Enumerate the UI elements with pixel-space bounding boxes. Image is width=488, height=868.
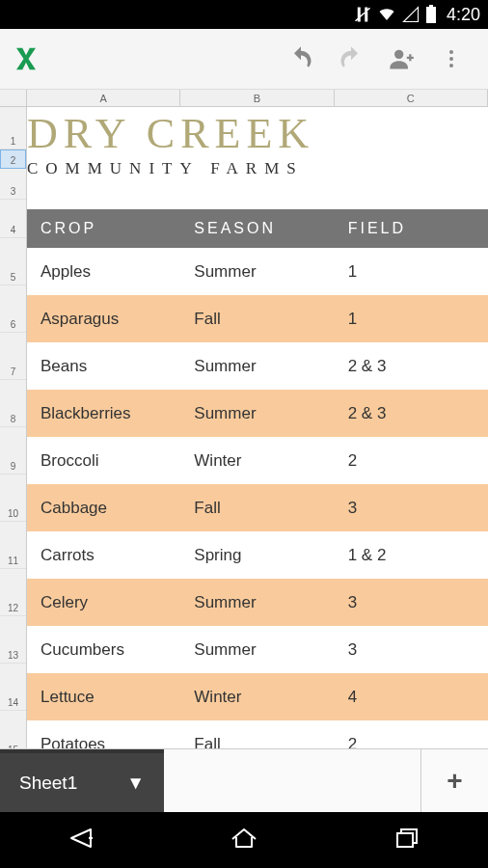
- app-logo-icon[interactable]: [12, 44, 41, 73]
- title-sub[interactable]: COMMUNITY FARMS: [27, 155, 488, 178]
- row-head[interactable]: 5: [0, 238, 26, 285]
- row-head[interactable]: 4: [0, 200, 26, 238]
- row-header-gutter: 1 2 3 4 5 6 7 8 9 10 11 12 13 14 15: [0, 107, 27, 766]
- cell-field: 1: [335, 248, 488, 295]
- cell-crop: Cabbage: [27, 484, 180, 531]
- header-season: SEASON: [180, 209, 334, 248]
- select-all-corner[interactable]: [0, 90, 27, 106]
- col-head-a[interactable]: A: [27, 90, 180, 106]
- table-row[interactable]: CelerySummer3: [27, 579, 488, 626]
- svg-point-4: [449, 57, 453, 61]
- cell-crop: Beans: [27, 342, 180, 390]
- cell-season: Spring: [180, 531, 334, 579]
- cell-field: 3: [335, 579, 488, 626]
- row-head[interactable]: 3: [0, 169, 26, 200]
- sheet-tab-label: Sheet1: [19, 773, 77, 794]
- table-row[interactable]: CabbageFall3: [27, 484, 488, 531]
- cell-crop: Carrots: [27, 531, 180, 579]
- cell-field: 1: [335, 295, 488, 342]
- back-button[interactable]: [64, 824, 98, 856]
- cell-crop: Blackberries: [27, 390, 180, 437]
- table-row[interactable]: LettuceWinter4: [27, 673, 488, 720]
- row-head[interactable]: 14: [0, 664, 26, 711]
- cell-season: Summer: [180, 390, 334, 437]
- table-row[interactable]: BeansSummer2 & 3: [27, 342, 488, 390]
- cell-crop: Broccoli: [27, 437, 180, 484]
- sheet-tab[interactable]: Sheet1 ▼: [0, 749, 164, 812]
- svg-point-5: [449, 64, 453, 68]
- android-nav-bar: [0, 812, 488, 868]
- mute-icon: [354, 6, 371, 23]
- cell-season: Summer: [180, 626, 334, 673]
- svg-point-2: [394, 50, 403, 59]
- cell-crop: Lettuce: [27, 673, 180, 720]
- add-sheet-button[interactable]: +: [420, 749, 488, 812]
- row-head[interactable]: 6: [0, 285, 26, 333]
- cell-crop: Asparagus: [27, 295, 180, 342]
- row-head[interactable]: 2: [0, 149, 26, 169]
- cell-crop: Celery: [27, 579, 180, 626]
- svg-rect-1: [429, 5, 433, 7]
- redo-button[interactable]: [326, 34, 376, 84]
- app-toolbar: [0, 29, 488, 90]
- cell-crop: Cucumbers: [27, 626, 180, 673]
- cell-field: 3: [335, 626, 488, 673]
- cell-crop: Apples: [27, 248, 180, 295]
- sheet-tab-bar: Sheet1 ▼ +: [0, 748, 488, 812]
- home-button[interactable]: [227, 824, 261, 856]
- overflow-menu-button[interactable]: [426, 34, 476, 84]
- row-head[interactable]: 7: [0, 333, 26, 380]
- cell-field: 2: [335, 437, 488, 484]
- table-row[interactable]: ApplesSummer1: [27, 248, 488, 295]
- header-field: FIELD: [335, 209, 488, 248]
- svg-rect-0: [426, 7, 436, 23]
- cell-field: 2 & 3: [335, 342, 488, 390]
- table-row[interactable]: CucumbersSummer3: [27, 626, 488, 673]
- row-head[interactable]: 12: [0, 569, 26, 616]
- cell-season: Fall: [180, 484, 334, 531]
- table-row[interactable]: AsparagusFall1: [27, 295, 488, 342]
- cell-season: Winter: [180, 673, 334, 720]
- cell-field: 4: [335, 673, 488, 720]
- battery-icon: [425, 5, 437, 24]
- svg-point-3: [449, 50, 453, 54]
- signal-icon: [402, 6, 420, 23]
- row-head[interactable]: 8: [0, 380, 26, 427]
- col-head-b[interactable]: B: [180, 90, 334, 106]
- status-time: 4:20: [447, 5, 480, 25]
- wifi-icon: [377, 6, 396, 23]
- svg-rect-6: [397, 833, 413, 847]
- cell-season: Winter: [180, 437, 334, 484]
- row-head[interactable]: 11: [0, 522, 26, 569]
- recents-button[interactable]: [390, 824, 424, 856]
- cell-field: 3: [335, 484, 488, 531]
- row-head[interactable]: 9: [0, 427, 26, 475]
- row-head[interactable]: 10: [0, 475, 26, 522]
- android-status-bar: 4:20: [0, 0, 488, 29]
- column-header-row: A B C: [0, 90, 488, 107]
- header-crop: CROP: [27, 209, 180, 248]
- row-head[interactable]: 13: [0, 616, 26, 664]
- col-head-c[interactable]: C: [335, 90, 488, 106]
- cell-season: Summer: [180, 248, 334, 295]
- cell-field: 1 & 2: [335, 531, 488, 579]
- add-person-button[interactable]: [376, 34, 426, 84]
- table-header-row[interactable]: CROP SEASON FIELD: [27, 209, 488, 248]
- cell-season: Summer: [180, 579, 334, 626]
- row-head[interactable]: 1: [0, 107, 26, 149]
- cell-season: Summer: [180, 342, 334, 390]
- table-row[interactable]: BlackberriesSummer2 & 3: [27, 390, 488, 437]
- table-row[interactable]: BroccoliWinter2: [27, 437, 488, 484]
- chevron-down-icon: ▼: [126, 773, 145, 794]
- cell-field: 2 & 3: [335, 390, 488, 437]
- title-main[interactable]: DRY CREEK: [27, 113, 488, 155]
- table-row[interactable]: CarrotsSpring1 & 2: [27, 531, 488, 579]
- undo-button[interactable]: [276, 34, 326, 84]
- cell-season: Fall: [180, 295, 334, 342]
